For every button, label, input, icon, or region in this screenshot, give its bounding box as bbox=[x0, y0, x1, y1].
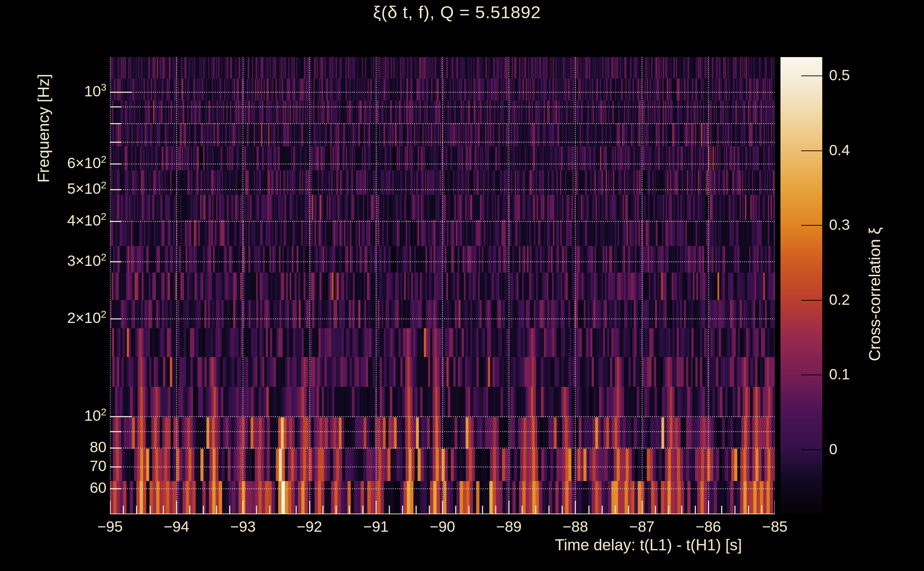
x-tick-label: −91 bbox=[363, 518, 388, 536]
y-tick-label: 3×102 bbox=[67, 252, 107, 269]
chart-title: ξ(δ t, f), Q = 5.51892 bbox=[0, 2, 914, 22]
y-tick-label: 60 bbox=[90, 479, 107, 496]
y-tick-label: 4×102 bbox=[67, 212, 107, 229]
x-tick-label: −92 bbox=[297, 518, 322, 536]
x-tick-label: −88 bbox=[563, 518, 588, 536]
y-tick-label: 70 bbox=[90, 457, 107, 475]
colorbar-tick-label: 0.3 bbox=[829, 216, 850, 233]
colorbar-title: Cross-correlation ξ bbox=[865, 54, 884, 361]
x-tick-label: −87 bbox=[629, 518, 654, 536]
x-axis-title: Time delay: t(L1) - t(H1) [s] bbox=[555, 536, 783, 554]
colorbar-tick-label: 0.5 bbox=[829, 67, 850, 84]
y-tick-label: 5×102 bbox=[67, 180, 107, 198]
x-tick-label: −95 bbox=[97, 518, 122, 536]
colorbar-tick-label: 0 bbox=[829, 441, 837, 458]
y-axis-title: Frequency [Hz] bbox=[34, 33, 53, 183]
y-tick-label: 2×102 bbox=[67, 309, 107, 327]
cross-correlation-spectrogram-page: ξ(δ t, f), Q = 5.51892 Frequency [Hz] Cr… bbox=[0, 0, 924, 571]
x-tick-label: −86 bbox=[695, 518, 721, 536]
x-tick-label: −89 bbox=[496, 518, 522, 536]
colorbar-tick-label: 0.2 bbox=[829, 291, 850, 308]
y-tick-label: 103 bbox=[84, 83, 107, 100]
colorbar-tick-label: 0.1 bbox=[829, 366, 850, 383]
heatmap-plot-area bbox=[110, 57, 775, 514]
x-tick-label: −93 bbox=[230, 518, 256, 536]
x-tick-label: −85 bbox=[762, 518, 787, 536]
y-tick-label: 80 bbox=[90, 438, 107, 456]
x-tick-label: −94 bbox=[164, 518, 189, 536]
y-tick-label: 102 bbox=[84, 407, 107, 424]
y-tick-label: 6×102 bbox=[67, 154, 107, 172]
colorbar-tick-label: 0.4 bbox=[829, 142, 850, 159]
colorbar-gradient bbox=[780, 57, 822, 513]
x-tick-label: −90 bbox=[430, 518, 455, 536]
